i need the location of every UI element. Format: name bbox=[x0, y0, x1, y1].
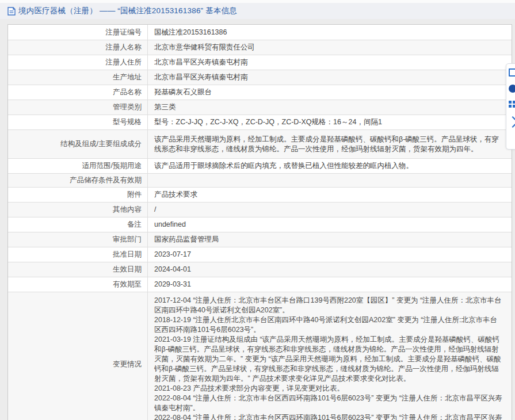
row-value: 北京市昌平区兴寿镇秦屯村南 bbox=[148, 55, 512, 70]
floating-side-panel[interactable] bbox=[506, 63, 515, 150]
row-label: 其他内容 bbox=[8, 203, 148, 217]
page-title: 境内医疗器械（注册） —— “国械注准20153161386” 基本信息 bbox=[18, 6, 237, 16]
row-label: 注册人住所 bbox=[8, 55, 148, 70]
row-label: 型号规格 bbox=[8, 115, 148, 129]
row-value: / bbox=[148, 203, 512, 217]
row-value: 型号：ZC-J-JQ，ZC-J-XQ，ZC-D-JQ，ZC-D-XQ规格：16～… bbox=[148, 115, 512, 129]
row-label: 注册证编号 bbox=[8, 25, 148, 40]
window-icon[interactable] bbox=[509, 68, 515, 77]
table-row: 备注undefined bbox=[8, 217, 512, 232]
row-label: 变更情况 bbox=[8, 292, 148, 420]
table-row: 注册证编号国械注准20153161386 bbox=[8, 25, 512, 40]
row-value: 该产品适用于眼球摘除术后的眶内填充，或替换已植入但性能较差的眶内植入物。 bbox=[148, 159, 512, 173]
row-label: 批准日期 bbox=[8, 247, 148, 262]
row-label: 生产地址 bbox=[8, 70, 148, 85]
table-row: 生产地址北京市昌平区兴寿镇秦屯村南 bbox=[8, 70, 512, 85]
table-row: 注册人名称北京市意华健科贸有限责任公司 bbox=[8, 40, 512, 55]
table-row-change-history: 变更情况2017-12-04 “注册人住所：北京市丰台区丰台路口139号西附22… bbox=[8, 292, 512, 420]
table-row: 型号规格型号：ZC-J-JQ，ZC-J-XQ，ZC-D-JQ，ZC-D-XQ规格… bbox=[8, 114, 512, 129]
dot-icon[interactable] bbox=[509, 85, 515, 93]
row-value bbox=[148, 174, 512, 187]
row-label: 备注 bbox=[8, 217, 148, 232]
row-value: 产品技术要求 bbox=[148, 188, 512, 202]
row-label: 注册人名称 bbox=[8, 40, 148, 55]
table-row: 产品名称羟基磷灰石义眼台 bbox=[8, 85, 512, 100]
apps-icon[interactable] bbox=[509, 101, 515, 109]
row-value: 2024-04-01 bbox=[148, 262, 512, 277]
table-row: 产品储存条件及有效期 bbox=[8, 173, 512, 187]
table-row: 审批部门国家药品监督管理局 bbox=[8, 232, 512, 247]
row-value: 国家药品监督管理局 bbox=[148, 232, 512, 247]
row-value: 国械注准20153161386 bbox=[148, 25, 512, 40]
table-row: 生效日期2024-04-01 bbox=[8, 262, 512, 277]
row-label: 产品储存条件及有效期 bbox=[8, 174, 148, 187]
table-row: 其他内容/ bbox=[8, 202, 512, 217]
row-value: undefined bbox=[148, 217, 512, 232]
document-icon bbox=[7, 7, 16, 16]
page-header: 境内医疗器械（注册） —— “国械注准20153161386” 基本信息 bbox=[0, 3, 515, 19]
row-label: 产品名称 bbox=[8, 85, 148, 100]
row-value: 第三类 bbox=[148, 100, 512, 114]
table-row: 有效期至2029-03-31 bbox=[8, 277, 512, 292]
table-row: 批准日期2023-07-17 bbox=[8, 247, 512, 262]
info-table: 注册证编号国械注准20153161386 注册人名称北京市意华健科贸有限责任公司… bbox=[7, 24, 512, 420]
row-value: 2029-03-31 bbox=[148, 277, 512, 292]
row-label: 审批部门 bbox=[8, 232, 148, 247]
table-row: 结构及组成/主要组成成分该产品采用天然珊瑚为原料，经加工制成。主要成分是羟基磷酸… bbox=[8, 129, 512, 158]
table-row: 管理类别第三类 bbox=[8, 100, 512, 114]
row-label: 附件 bbox=[8, 188, 148, 202]
row-value: 北京市昌平区兴寿镇秦屯村南 bbox=[148, 70, 512, 85]
chevron-right-icon[interactable] bbox=[507, 116, 515, 128]
row-value: 北京市意华健科贸有限责任公司 bbox=[148, 40, 512, 55]
row-label: 有效期至 bbox=[8, 277, 148, 292]
row-label: 管理类别 bbox=[8, 100, 148, 114]
page: 境内医疗器械（注册） —— “国械注准20153161386” 基本信息 注册证… bbox=[0, 0, 515, 420]
table-row: 注册人住所北京市昌平区兴寿镇秦屯村南 bbox=[8, 55, 512, 70]
change-history-text: 2017-12-04 “注册人住所：北京市丰台区丰台路口139号西附220室【园… bbox=[148, 292, 512, 420]
table-row: 适用范围/预期用途该产品适用于眼球摘除术后的眶内填充，或替换已植入但性能较差的眶… bbox=[8, 158, 512, 173]
row-label: 生效日期 bbox=[8, 262, 148, 277]
row-label: 结构及组成/主要组成成分 bbox=[8, 130, 148, 158]
row-value: 该产品采用天然珊瑚为原料，经加工制成。主要成分是羟基磷酸钙、碳酸钙和β-磷酸三钙… bbox=[148, 130, 512, 158]
row-value: 2023-07-17 bbox=[148, 247, 512, 262]
row-label: 适用范围/预期用途 bbox=[8, 159, 148, 173]
table-row: 附件产品技术要求 bbox=[8, 187, 512, 202]
row-value: 羟基磷灰石义眼台 bbox=[148, 85, 512, 100]
